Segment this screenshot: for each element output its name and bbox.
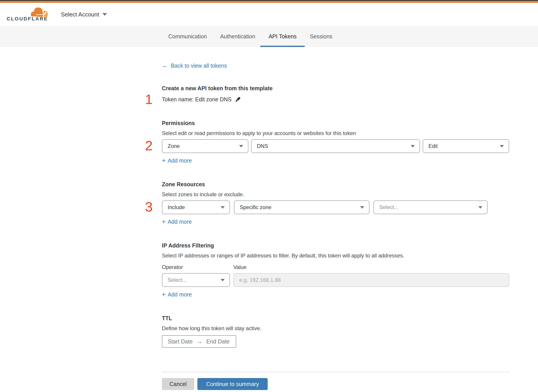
tab-label: Communication bbox=[168, 33, 207, 40]
caret-down-icon bbox=[221, 279, 225, 281]
step-marker-3: 3 bbox=[145, 200, 153, 214]
plus-icon: + bbox=[162, 157, 165, 164]
zone-resources-description: Select zones to include or exclude. bbox=[162, 191, 509, 198]
token-name-text: Token name: Edit zone DNS bbox=[162, 96, 232, 103]
tab-bar: Communication Authentication API Tokens … bbox=[0, 26, 538, 47]
permission-access-value: Edit bbox=[428, 143, 438, 149]
ip-filtering-row: Select... bbox=[162, 273, 509, 287]
caret-down-icon bbox=[478, 206, 482, 209]
main-content: ← Back to view all tokens Create a new A… bbox=[162, 47, 509, 390]
tab-label: Sessions bbox=[310, 33, 332, 40]
top-orange-bar bbox=[0, 1, 538, 3]
tab-sessions[interactable]: Sessions bbox=[310, 26, 332, 47]
add-more-label: Add more bbox=[168, 291, 192, 298]
tabs: Communication Authentication API Tokens … bbox=[168, 26, 332, 47]
start-date-field: Start Date bbox=[168, 338, 193, 345]
back-to-tokens-link[interactable]: ← Back to view all tokens bbox=[162, 62, 227, 69]
step-marker-1: 1 bbox=[145, 93, 153, 106]
zone-picker-placeholder: Select... bbox=[379, 204, 398, 210]
back-link-label: Back to view all tokens bbox=[171, 62, 227, 69]
zone-resources-add-more-link[interactable]: + Add more bbox=[162, 218, 192, 225]
tab-label: Authentication bbox=[220, 33, 255, 40]
ttl-date-range-picker[interactable]: Start Date → End Date bbox=[162, 335, 236, 348]
ip-operator-select[interactable]: Select... bbox=[162, 273, 230, 287]
ip-filtering-add-more-link[interactable]: + Add more bbox=[162, 291, 192, 298]
permission-resource-value: DNS bbox=[257, 143, 268, 149]
ip-filtering-labels: Operator Value bbox=[162, 264, 509, 271]
ttl-heading: TTL bbox=[162, 315, 509, 322]
token-name-row: 1 Token name: Edit zone DNS bbox=[162, 96, 509, 103]
account-selector-label: Select Account bbox=[61, 11, 99, 18]
account-selector[interactable]: Select Account bbox=[61, 11, 107, 18]
zone-resources-heading: Zone Resources bbox=[162, 181, 509, 188]
zone-resources-row: 3 Include Specific zone Select... bbox=[162, 201, 509, 214]
permissions-description: Select edit or read permissions to apply… bbox=[162, 130, 509, 137]
permission-resource-select[interactable]: DNS bbox=[251, 139, 420, 153]
back-arrow-icon: ← bbox=[162, 62, 168, 69]
tab-communication[interactable]: Communication bbox=[168, 26, 207, 47]
cloudflare-logo[interactable]: CLOUDFLARE bbox=[7, 5, 51, 23]
ip-filtering-heading: IP Address Filtering bbox=[162, 242, 509, 249]
plus-icon: + bbox=[162, 291, 165, 298]
plus-icon: + bbox=[162, 218, 165, 225]
page-title: Create a new API token from this templat… bbox=[162, 85, 509, 92]
ip-filtering-description: Select IP addresses or ranges of IP addr… bbox=[162, 252, 509, 259]
tab-label: API Tokens bbox=[269, 33, 296, 40]
tab-authentication[interactable]: Authentication bbox=[220, 26, 255, 47]
permissions-row: 2 Zone DNS Edit bbox=[162, 139, 509, 153]
permissions-add-more-link[interactable]: + Add more bbox=[162, 157, 192, 164]
operator-label: Operator bbox=[162, 264, 233, 271]
continue-to-summary-button[interactable]: Continue to summary bbox=[197, 378, 268, 390]
caret-down-icon bbox=[500, 145, 504, 147]
zone-type-select[interactable]: Specific zone bbox=[234, 201, 370, 214]
zone-picker-select[interactable]: Select... bbox=[374, 201, 488, 214]
zone-mode-value: Include bbox=[168, 204, 185, 210]
ttl-description: Define how long this token will stay act… bbox=[162, 325, 509, 332]
permission-scope-value: Zone bbox=[168, 143, 180, 149]
add-more-label: Add more bbox=[168, 157, 192, 164]
end-date-field: End Date bbox=[206, 338, 229, 345]
zone-type-value: Specific zone bbox=[240, 204, 271, 210]
permissions-heading: Permissions bbox=[162, 120, 509, 127]
caret-down-icon bbox=[411, 145, 415, 147]
ip-operator-placeholder: Select... bbox=[168, 277, 187, 283]
caret-down-icon bbox=[221, 206, 225, 209]
cancel-button[interactable]: Cancel bbox=[162, 378, 194, 390]
cloudflare-wordmark: CLOUDFLARE bbox=[7, 16, 48, 22]
permission-scope-select[interactable]: Zone bbox=[162, 139, 248, 153]
zone-mode-select[interactable]: Include bbox=[162, 201, 230, 214]
edit-pencil-icon[interactable] bbox=[235, 96, 241, 103]
step-marker-2: 2 bbox=[145, 139, 153, 153]
footer-divider bbox=[162, 372, 509, 372]
footer-actions: Cancel Continue to summary bbox=[162, 378, 509, 390]
tab-api-tokens[interactable]: API Tokens bbox=[269, 26, 296, 47]
arrow-right-icon: → bbox=[197, 338, 202, 345]
header: CLOUDFLARE Select Account bbox=[0, 3, 538, 26]
add-more-label: Add more bbox=[168, 218, 192, 225]
value-label: Value bbox=[233, 264, 247, 271]
ip-value-input[interactable] bbox=[234, 273, 509, 287]
caret-down-icon bbox=[360, 206, 364, 209]
caret-down-icon bbox=[239, 145, 243, 147]
chevron-down-icon bbox=[103, 13, 107, 16]
permission-access-select[interactable]: Edit bbox=[423, 139, 509, 153]
